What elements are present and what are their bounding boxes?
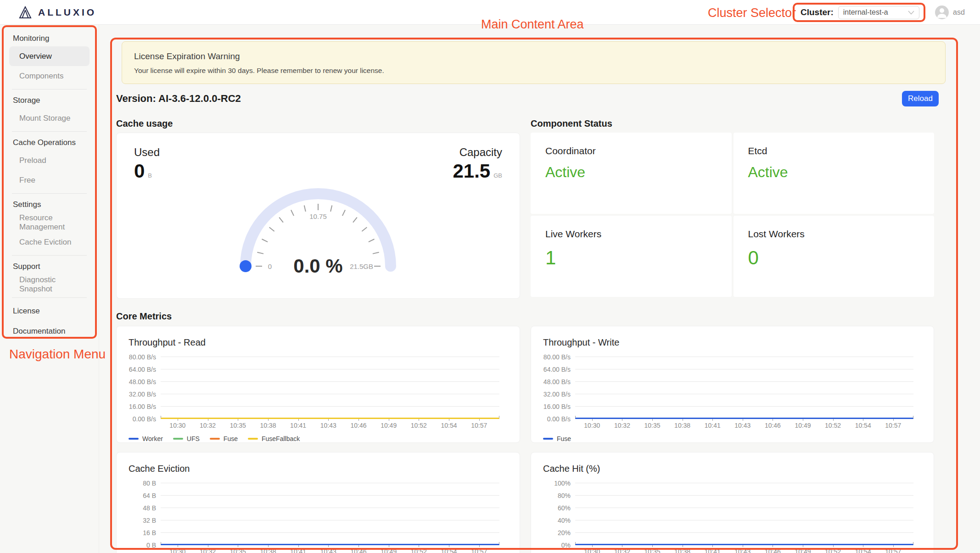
gauge-tick xyxy=(304,205,306,212)
sidebar-item-documentation[interactable]: Documentation xyxy=(4,321,95,341)
sidebar-section-storage: Storage xyxy=(4,93,95,108)
sidebar-section-monitoring: Monitoring xyxy=(4,31,95,46)
y-tick-label: 0.00 B/s xyxy=(127,415,156,423)
sidebar-item-components[interactable]: Components xyxy=(9,66,90,86)
x-tick-label: 10:54 xyxy=(435,422,463,429)
reload-button[interactable]: Reload xyxy=(902,91,939,106)
series-line xyxy=(575,544,913,545)
chart-plot: 80 B64 B48 B32 B16 B0 B10:3010:3210:3510… xyxy=(161,483,499,545)
usage-row: Used 0 B Capacity 21.5 GB xyxy=(117,133,520,181)
legend-item: Fuse xyxy=(543,435,571,442)
annotation-navigation-menu: Navigation Menu xyxy=(9,347,106,362)
sidebar-divider xyxy=(12,89,87,89)
y-gridline xyxy=(161,369,499,369)
x-tick-label: 10:49 xyxy=(375,548,403,553)
gauge-tick xyxy=(369,239,375,242)
series-line xyxy=(575,418,913,419)
x-tick-label: 10:30 xyxy=(578,548,606,553)
x-tick-label: 10:46 xyxy=(759,548,786,553)
x-tick-label: 10:57 xyxy=(465,422,493,429)
y-tick-label: 80 B xyxy=(127,480,156,487)
x-tick-label: 10:35 xyxy=(638,548,666,553)
gauge-tick xyxy=(269,227,274,231)
x-tick-label: 10:46 xyxy=(759,422,786,429)
y-tick-label: 0.00 B/s xyxy=(541,415,571,423)
x-tick-label: 10:57 xyxy=(465,548,493,553)
chart-legend: WorkerUFSFuseFuseFallback xyxy=(129,435,508,442)
sidebar-item-cache-eviction[interactable]: Cache Eviction xyxy=(9,232,90,252)
chart-throughput-read: Throughput - Read 80.00 B/s64.00 B/s48.0… xyxy=(116,326,520,443)
cache-usage-card: Used 0 B Capacity 21.5 GB 0 10.75 21.5GB… xyxy=(116,133,520,299)
gauge-tick xyxy=(353,218,357,223)
y-tick-label: 40% xyxy=(541,517,571,524)
x-tick-label: 10:52 xyxy=(819,548,847,553)
chart-cache-eviction: Cache Eviction 80 B64 B48 B32 B16 B0 B10… xyxy=(116,452,520,553)
series-line xyxy=(161,544,499,545)
legend-swatch xyxy=(543,438,553,440)
gauge-tick xyxy=(342,210,345,216)
username-label: asd xyxy=(953,8,965,17)
x-tick-label: 10:54 xyxy=(435,548,463,553)
chart-title: Throughput - Read xyxy=(129,337,508,348)
y-tick-label: 16 B xyxy=(127,529,156,536)
sidebar-item-resource-management[interactable]: Resource Management xyxy=(9,212,90,232)
gauge-tick xyxy=(262,239,268,242)
y-tick-label: 60% xyxy=(541,504,571,512)
y-tick-label: 0% xyxy=(541,542,571,549)
sidebar-item-preload[interactable]: Preload xyxy=(9,151,90,170)
sidebar-item-license[interactable]: License xyxy=(4,301,95,321)
x-tick-label: 10:52 xyxy=(405,422,432,429)
x-tick-label: 10:35 xyxy=(224,422,252,429)
y-gridline xyxy=(575,532,913,533)
sidebar-section-support: Support xyxy=(4,259,95,274)
status-label: Lost Workers xyxy=(748,229,920,240)
user-avatar[interactable] xyxy=(935,6,949,19)
chart-throughput-write: Throughput - Write 80.00 B/s64.00 B/s48.… xyxy=(531,326,934,443)
y-tick-label: 32 B xyxy=(127,517,156,524)
x-tick-label: 10:54 xyxy=(849,548,877,553)
status-value: Active xyxy=(545,164,717,181)
sidebar-item-diagnostic-snapshot[interactable]: Diagnostic Snapshot xyxy=(9,274,90,294)
status-value: Active xyxy=(748,164,920,181)
y-gridline xyxy=(575,520,913,520)
gauge-tick xyxy=(279,218,283,223)
cache-usage-title: Cache usage xyxy=(116,118,173,129)
y-tick-label: 32.00 B/s xyxy=(541,391,571,398)
capacity-unit: GB xyxy=(493,172,502,181)
alluxio-logo: ALLUXIO xyxy=(18,0,96,25)
used-block: Used 0 B xyxy=(134,146,160,181)
chart-title: Cache Eviction xyxy=(129,464,508,474)
y-gridline xyxy=(575,406,913,407)
x-tick-label: 10:41 xyxy=(699,422,726,429)
x-tick-label: 10:46 xyxy=(345,422,372,429)
x-tick-label: 10:52 xyxy=(405,548,432,553)
status-label: Live Workers xyxy=(545,229,717,240)
gauge-svg: 0 10.75 21.5GB 0.0 % xyxy=(222,184,414,275)
sidebar-item-mount-storage[interactable]: Mount Storage xyxy=(9,108,90,128)
sidebar-page-divider xyxy=(99,25,99,553)
annotation-cluster-selector: Cluster Selector xyxy=(708,6,796,20)
legend-item: FuseFallback xyxy=(248,435,300,442)
sidebar-item-free[interactable]: Free xyxy=(9,170,90,190)
used-unit: B xyxy=(148,172,152,181)
x-tick-label: 10:43 xyxy=(729,548,756,553)
logo-text: ALLUXIO xyxy=(38,7,96,18)
y-gridline xyxy=(161,508,499,508)
cluster-select[interactable]: internal-test-a xyxy=(838,6,919,19)
chart-plot: 80.00 B/s64.00 B/s48.00 B/s32.00 B/s16.0… xyxy=(575,357,913,419)
y-tick-label: 64 B xyxy=(127,492,156,499)
sidebar-item-overview[interactable]: Overview xyxy=(9,46,90,66)
person-icon xyxy=(935,6,949,19)
status-card-coordinator: Coordinator Active xyxy=(531,133,732,214)
y-tick-label: 32.00 B/s xyxy=(127,391,156,398)
y-gridline xyxy=(161,406,499,407)
x-tick-label: 10:43 xyxy=(729,422,756,429)
chevron-down-icon xyxy=(908,11,914,15)
component-status-grid: Coordinator Active Etcd Active Live Work… xyxy=(531,133,934,297)
x-tick-label: 10:41 xyxy=(285,548,312,553)
y-tick-label: 100% xyxy=(541,480,571,487)
y-gridline xyxy=(575,508,913,508)
capacity-value: 21.5 xyxy=(453,162,490,181)
x-tick-label: 10:52 xyxy=(819,422,847,429)
x-tick-label: 10:57 xyxy=(879,548,907,553)
